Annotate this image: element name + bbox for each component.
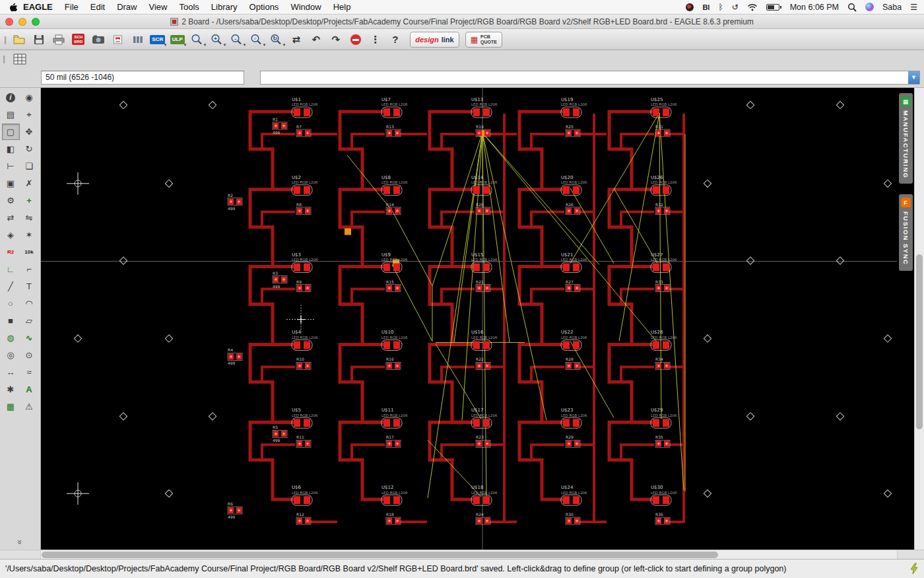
resistor-component[interactable]: R30 [566,512,580,524]
led-component[interactable]: U$2LED RGB L206 [292,175,318,196]
stop-button[interactable] [346,31,364,48]
more-commands-button[interactable]: ⋮ [366,31,384,48]
resistor-component[interactable]: R31 [655,124,670,137]
show-tool[interactable]: ◉ [20,89,38,106]
mirror-tool[interactable]: ◧ [2,141,20,157]
via-tool[interactable]: ◍ [2,330,20,346]
grid-button[interactable] [11,52,29,66]
mark-tool[interactable]: ⌖ [20,106,38,123]
resistor-component[interactable]: R9 [296,279,311,292]
led-component[interactable]: U$8LED RGB L206 [381,175,408,196]
apple-menu-icon[interactable] [9,2,18,12]
paste-tool[interactable]: ▣ [2,175,20,192]
open-button[interactable] [10,31,28,48]
resistor-component[interactable]: R25 [566,124,580,137]
polygon-tool[interactable]: ▱ [20,312,38,329]
ratsnest-tool[interactable]: ✱ [2,381,20,398]
undo-button[interactable]: ↶ [307,31,325,48]
led-component[interactable]: U$12LED RGB L206 [381,485,408,505]
resistor-component[interactable]: R21 [476,279,490,292]
vertical-scrollbar-thumb[interactable] [916,254,923,430]
optimize-tool[interactable]: ≈ [20,364,38,380]
notification-list-icon[interactable]: ☰ [910,3,917,12]
bartender-icon[interactable] [686,3,694,11]
menu-clock[interactable]: Mon 6:06 PM [790,3,839,12]
resistor-component[interactable]: R29 [566,435,580,447]
resistor-component[interactable]: R26 [566,202,580,215]
resistor-component[interactable]: R24 [476,512,490,524]
menu-options[interactable]: Options [249,2,279,12]
led-component[interactable]: U$10LED RGB L206 [381,330,408,350]
resistor-component[interactable]: R23 [476,435,490,447]
spotlight-icon[interactable] [847,3,857,12]
zoom-in-button[interactable]: +▾ [208,31,226,48]
command-dropdown-button[interactable]: ▼ [908,71,919,84]
arc-tool[interactable]: ◠ [20,295,38,312]
menu-window[interactable]: Window [290,2,321,12]
display-layers-tool[interactable]: ▤ [2,106,20,123]
resistor-component[interactable]: R35 [655,435,670,447]
resistor-component[interactable]: R11 [296,435,311,447]
errors-tool[interactable]: ⚠ [20,398,38,415]
resistor-component[interactable]: R3499 [273,271,287,289]
led-component[interactable]: U$29LED RGB L206 [651,408,677,428]
fusion-sync-tab[interactable]: F FUSION SYNC [899,194,913,270]
resistor-component[interactable]: R12 [296,512,311,524]
led-component[interactable]: U$18LED RGB L206 [471,485,498,505]
menu-tools[interactable]: Tools [179,2,199,12]
led-component[interactable]: U$5LED RGB L206 [292,408,318,428]
time-machine-icon[interactable]: ↺ [732,3,739,12]
resistor-component[interactable]: R13 [386,124,401,137]
move-tool[interactable]: ✥ [20,124,38,140]
resistor-component[interactable]: R17 [386,435,401,447]
resistor-component[interactable]: R34 [655,357,670,369]
menu-view[interactable]: View [149,2,168,12]
app-menu[interactable]: EAGLE [23,2,53,12]
led-component[interactable]: U$28LED RGB L206 [651,330,677,350]
window-minimize-button[interactable] [18,18,26,26]
text-tool[interactable]: T [20,278,38,295]
resistor-component[interactable]: R4499 [228,347,242,365]
led-component[interactable]: U$21LED RGB L206 [561,252,587,273]
autorouter-tool[interactable]: A [20,381,38,398]
wifi-icon[interactable] [747,3,758,11]
zoom-redraw-button[interactable]: ↻▾ [267,31,285,48]
zoom-select-button[interactable]: ▫▾ [248,31,265,48]
delete-tool[interactable]: ✗ [20,175,38,192]
led-component[interactable]: U$19LED RGB L206 [561,97,587,118]
menu-draw[interactable]: Draw [117,2,137,12]
vertical-scrollbar[interactable] [914,88,924,550]
rect-tool[interactable]: ■ [2,312,20,329]
zoom-out-button[interactable]: -▾ [228,31,246,48]
pinswap-tool[interactable]: ⇄ [2,209,20,226]
menu-file[interactable]: File [65,2,79,12]
rotate-tool[interactable]: ↻ [20,141,38,157]
ripup-tool[interactable]: ⌐ [20,261,38,277]
resistor-component[interactable]: R8 [296,202,311,215]
pad-tool[interactable]: ⊙ [20,347,38,363]
lock-tool[interactable]: ◈ [2,227,20,243]
image-export-button[interactable] [89,31,107,48]
smash-tool[interactable]: ✶ [20,227,38,243]
resistor-component[interactable]: R6499 [228,501,242,519]
resistor-component[interactable]: R33 [655,279,670,292]
measure-tool[interactable]: ⊢ [2,158,20,174]
resistor-component[interactable]: R1499 [273,117,287,135]
menu-user[interactable]: Saba [882,3,902,12]
zoom-fit-button[interactable]: ▾ [188,31,206,48]
menu-library[interactable]: Library [211,2,238,12]
replace-tool[interactable]: ⇋ [20,209,38,226]
led-component[interactable]: U$17LED RGB L206 [471,408,498,428]
resistor-component[interactable]: R16 [386,357,401,369]
circle-tool[interactable]: ○ [2,295,20,312]
help-button[interactable]: ? [386,31,404,48]
led-component[interactable]: U$6LED RGB L206 [292,485,318,505]
board-canvas[interactable]: U$1LED RGB L206U$2LED RGB L206U$3LED RGB… [41,88,897,550]
boom-icon[interactable]: Bl [702,3,710,11]
resistor-component[interactable]: R28 [566,357,580,369]
siri-icon[interactable] [865,3,874,11]
horizontal-scrollbar[interactable] [41,550,897,559]
resistor-component[interactable]: R32 [655,202,670,215]
led-component[interactable]: U$25LED RGB L206 [651,97,677,118]
add-part-tool[interactable]: + [20,192,38,209]
